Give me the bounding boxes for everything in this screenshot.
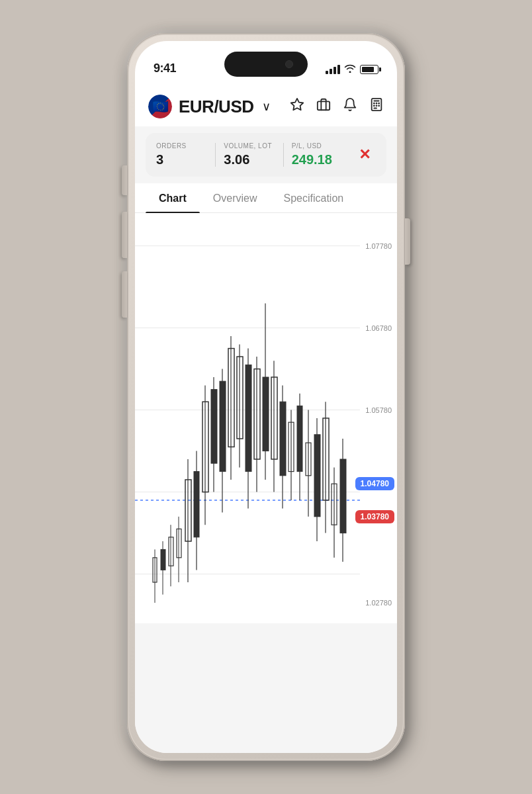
- svg-rect-56: [288, 422, 294, 471]
- svg-marker-0: [291, 99, 303, 110]
- header: 🇪🇺 EUR/USD ∨: [135, 84, 397, 126]
- svg-rect-48: [254, 369, 260, 459]
- favorite-icon[interactable]: [290, 97, 304, 116]
- price-level-5: 1.02780: [365, 599, 392, 607]
- candle-group: [153, 303, 346, 603]
- chart-lines-svg: [135, 213, 397, 623]
- svg-rect-44: [237, 357, 243, 439]
- stats-card: ORDERS 3 VOLUME, LOT 3.06 P/L, USD 249.1…: [146, 133, 386, 177]
- svg-rect-34: [194, 472, 199, 537]
- stats-divider-2: [283, 143, 284, 167]
- power-button[interactable]: [405, 218, 410, 265]
- price-level-3: 1.05780: [365, 406, 392, 414]
- silent-button[interactable]: [122, 165, 127, 195]
- tab-overview[interactable]: Overview: [200, 183, 271, 212]
- dropdown-arrow-icon[interactable]: ∨: [262, 99, 271, 114]
- price-level-2: 1.06780: [365, 324, 392, 332]
- battery-fill: [362, 67, 374, 72]
- signal-bars-icon: [326, 65, 340, 74]
- tab-specification[interactable]: Specification: [270, 183, 357, 212]
- svg-rect-2: [372, 99, 382, 110]
- svg-rect-38: [211, 390, 217, 464]
- orders-value: 3: [156, 152, 207, 167]
- svg-rect-36: [202, 402, 208, 492]
- volume-down-button[interactable]: [122, 271, 127, 318]
- dynamic-island: [224, 52, 308, 77]
- header-left: 🇪🇺 EUR/USD ∨: [148, 95, 271, 118]
- status-icons: [326, 64, 378, 75]
- svg-point-11: [374, 103, 375, 104]
- svg-rect-54: [280, 402, 286, 476]
- status-time: 9:41: [154, 62, 176, 75]
- svg-rect-30: [177, 529, 181, 557]
- svg-rect-62: [314, 435, 320, 517]
- svg-point-12: [377, 103, 377, 104]
- svg-rect-64: [323, 418, 329, 500]
- svg-rect-26: [161, 549, 165, 570]
- stats-divider-1: [215, 143, 216, 167]
- battery-icon: [360, 65, 378, 74]
- close-x-icon: ✕: [359, 146, 371, 163]
- svg-rect-52: [271, 377, 277, 459]
- svg-rect-68: [340, 459, 346, 533]
- orders-label: ORDERS: [156, 142, 207, 150]
- tab-chart[interactable]: Chart: [146, 183, 200, 212]
- volume-value: 3.06: [224, 152, 275, 167]
- wifi-icon: [344, 64, 356, 75]
- orders-stat: ORDERS 3: [156, 142, 207, 167]
- tabs-bar: Chart Overview Specification: [135, 183, 397, 213]
- signal-bar-3: [333, 67, 336, 74]
- svg-point-13: [378, 103, 379, 104]
- svg-rect-32: [185, 480, 191, 541]
- svg-rect-40: [220, 381, 226, 471]
- signal-bar-4: [337, 65, 340, 74]
- calculator-icon[interactable]: [369, 97, 384, 116]
- header-actions: [290, 97, 384, 116]
- svg-rect-46: [245, 365, 251, 471]
- signal-bar-1: [326, 71, 328, 74]
- svg-rect-42: [228, 349, 234, 447]
- volume-up-button[interactable]: [122, 212, 127, 258]
- eur-usd-flag: 🇪🇺: [148, 95, 172, 118]
- app-content: 🇪🇺 EUR/USD ∨: [135, 84, 397, 753]
- svg-point-14: [374, 105, 375, 106]
- signal-bar-2: [330, 69, 332, 74]
- svg-rect-24: [153, 558, 157, 582]
- svg-rect-66: [332, 484, 337, 525]
- price-level-sell: 1.03780: [355, 510, 394, 523]
- phone-frame: 9:41: [127, 33, 405, 761]
- svg-rect-50: [263, 377, 269, 451]
- svg-rect-60: [306, 443, 311, 476]
- chart-area[interactable]: 1.07780 1.06780 1.05780 1.04780 1.03780 …: [135, 213, 397, 623]
- camera-dot: [285, 60, 293, 68]
- phone-screen: 9:41: [135, 41, 397, 753]
- close-button[interactable]: ✕: [353, 141, 376, 169]
- price-level-buy: 1.04780: [355, 477, 394, 490]
- portfolio-icon[interactable]: [316, 97, 331, 116]
- svg-rect-1: [318, 101, 330, 110]
- bell-icon[interactable]: [343, 97, 357, 116]
- pl-label: P/L, USD: [292, 142, 343, 150]
- svg-rect-58: [297, 406, 302, 471]
- pl-value: 249.18: [292, 152, 343, 167]
- pl-stat: P/L, USD 249.18: [292, 142, 343, 167]
- svg-rect-28: [169, 537, 173, 566]
- svg-point-16: [378, 105, 379, 106]
- volume-stat: VOLUME, LOT 3.06: [224, 142, 275, 167]
- flag-display: 🇪🇺: [148, 95, 172, 118]
- volume-label: VOLUME, LOT: [224, 142, 275, 150]
- pair-name[interactable]: EUR/USD: [179, 97, 254, 117]
- svg-point-15: [377, 105, 377, 106]
- price-level-1: 1.07780: [365, 242, 392, 250]
